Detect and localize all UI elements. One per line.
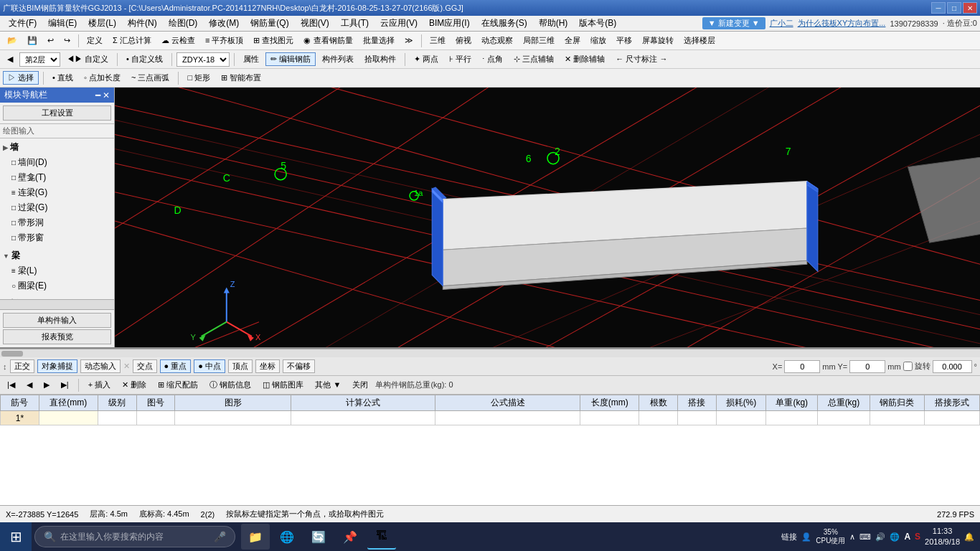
del-axis-btn[interactable]: ✕ 删除辅轴 [560, 52, 609, 66]
sidebar-controls[interactable]: ━ ✕ [95, 90, 110, 100]
sidebar-item-guoliang[interactable]: □ 过梁(G) [0, 200, 114, 215]
new-build-button[interactable]: ▼ 新建变更 ▼ [702, 17, 765, 29]
network-icon[interactable]: 🌐 [890, 532, 900, 542]
cloud-check-button[interactable]: ☁ 云检查 [157, 34, 199, 47]
angle-point-btn[interactable]: ⋅ 点角 [478, 52, 507, 66]
single-member-btn[interactable]: 单构件输入 [3, 313, 111, 328]
cell-totalw[interactable] [818, 411, 870, 425]
menu-file[interactable]: 文件(F) [3, 16, 42, 31]
menu-draw[interactable]: 绘图(D) [163, 16, 204, 31]
member-list-button[interactable]: 构件列表 [318, 52, 358, 66]
x-coord-input[interactable] [784, 360, 820, 373]
taskbar-app-pin[interactable]: 📌 [336, 524, 364, 550]
notification-btn[interactable]: 🔔 [964, 532, 974, 542]
nav-first-btn[interactable]: |◀ [3, 379, 19, 391]
nav-next-btn[interactable]: ▶ [39, 379, 54, 391]
sidebar-group-wall-header[interactable]: ▶ 墙 [0, 140, 114, 155]
snap-nooffset-btn[interactable]: 不偏移 [283, 359, 315, 373]
rotate-input[interactable] [933, 360, 972, 373]
y-coord-input[interactable] [849, 360, 885, 373]
rotate-checkbox[interactable] [903, 362, 913, 371]
parallel-btn[interactable]: ⊦ 平行 [445, 52, 476, 66]
menu-online[interactable]: 在线服务(S) [476, 16, 533, 31]
local-3d-button[interactable]: 局部三维 [519, 34, 559, 47]
rect-btn[interactable]: □ 矩形 [183, 71, 215, 85]
menu-modify[interactable]: 修改(M) [203, 16, 245, 31]
insert-btn[interactable]: + 插入 [84, 378, 115, 392]
cell-splice[interactable] [677, 411, 716, 425]
floor-select[interactable]: 第2层 [19, 52, 60, 67]
snap-object-btn[interactable]: 对象捕捉 [37, 359, 77, 373]
dynamic-button[interactable]: 动态观察 [477, 34, 517, 47]
undo-button[interactable]: ↩ [43, 34, 58, 47]
snap-intersection-btn[interactable]: 交点 [133, 359, 157, 373]
taskbar-app-file[interactable]: 📁 [241, 524, 270, 550]
cell-fignum[interactable] [136, 411, 175, 425]
cell-unitw[interactable] [766, 411, 818, 425]
snap-dynamic-btn[interactable]: 动态输入 [80, 359, 121, 373]
scrollbar-thumb[interactable] [1, 351, 23, 357]
up-arrow[interactable]: ∧ [849, 532, 855, 542]
save-button[interactable]: 💾 [23, 34, 42, 47]
cell-desc[interactable] [435, 411, 580, 425]
open-button[interactable]: 📂 [3, 34, 22, 47]
fullscreen-button[interactable]: 全屏 [560, 34, 585, 47]
menu-version[interactable]: 版本号(B) [573, 16, 622, 31]
close-button[interactable]: ✕ [963, 2, 977, 14]
menu-bim[interactable]: BIM应用(I) [423, 16, 476, 31]
batch-select-button[interactable]: 批量选择 [359, 34, 399, 47]
select-floor-button[interactable]: 选择楼层 [679, 34, 720, 47]
menu-cloud[interactable]: 云应用(V) [374, 16, 423, 31]
taskbar-app-edge[interactable]: 🌐 [273, 524, 301, 550]
two-points-btn[interactable]: ✦ 两点 [410, 52, 443, 66]
sidebar-item-niche[interactable]: □ 壁龛(T) [0, 170, 114, 185]
close-panel-btn[interactable]: 关闭 [348, 378, 372, 392]
more-button[interactable]: ≫ [400, 34, 418, 47]
scale-btn[interactable]: ⊞ 缩尺配筋 [154, 378, 202, 392]
snap-midweight-btn[interactable]: ● 重点 [160, 359, 192, 373]
taskbar-search[interactable]: 🔍 在这里输入你要搜索的内容 🎤 [34, 526, 235, 547]
menu-view[interactable]: 视图(V) [295, 16, 335, 31]
cell-splicetype[interactable] [925, 411, 980, 425]
nav-prev-btn[interactable]: ◀ [22, 379, 37, 391]
delete-btn[interactable]: ✕ 删除 [118, 378, 151, 392]
viewport[interactable]: C 5 6 2 7 D 1a 0 Z [115, 88, 980, 347]
snap-midpoint-btn[interactable]: ● 中点 [194, 359, 225, 373]
cost-link[interactable]: · 造价豆:0 [943, 18, 977, 29]
define-button[interactable]: 定义 [83, 34, 107, 47]
taskbar-app-ggj[interactable]: 🏗 [367, 524, 396, 550]
viewport-scrollbar[interactable] [0, 349, 980, 357]
zdyx-select[interactable]: ZDYX-18 [176, 52, 230, 67]
report-preview-btn[interactable]: 报表预览 [3, 329, 111, 344]
why-link[interactable]: 为什么筏板XY方向布置... [798, 18, 886, 29]
summary-button[interactable]: Σ 汇总计算 [108, 34, 156, 47]
custom-line-btn[interactable]: • 自定义线 [122, 52, 167, 66]
pan-button[interactable]: 平移 [612, 34, 636, 47]
cell-length[interactable] [580, 411, 639, 425]
view-rebar-button[interactable]: ◉ 查看钢筋量 [299, 34, 357, 47]
cell-formula[interactable] [291, 411, 435, 425]
sidebar-group-beam-header[interactable]: ▼ 梁 [0, 248, 114, 263]
zoom-button[interactable]: 缩放 [586, 34, 611, 47]
taskbar-app-refresh[interactable]: 🔄 [304, 524, 333, 550]
back-button[interactable]: ◀ [3, 53, 17, 65]
snap-icon[interactable]: ↕ [3, 362, 7, 371]
align-top-button[interactable]: ≡ 平齐板顶 [201, 34, 248, 47]
sidebar-item-wallroom[interactable]: □ 墙间(D) [0, 155, 114, 170]
pick-member-button[interactable]: 拾取构件 [360, 52, 400, 66]
sidebar-scrollbar[interactable] [0, 299, 114, 309]
user-icon[interactable]: 👤 [801, 532, 811, 542]
props-button[interactable]: 属性 [239, 52, 263, 66]
sidebar-item-quanliang[interactable]: ○ 圈梁(E) [0, 278, 114, 293]
nav-last-btn[interactable]: ▶| [57, 379, 73, 391]
project-setup-btn[interactable]: 工程设置 [3, 105, 111, 121]
taskbar-time[interactable]: 11:33 2018/9/18 [925, 526, 960, 548]
menu-floor[interactable]: 楼层(L) [83, 16, 122, 31]
rebar-table-container[interactable]: 筋号 直径(mm) 级别 图号 图形 计算公式 公式描述 长度(mm) 根数 搭… [0, 395, 980, 505]
sidebar-item-daixingchuang[interactable]: □ 带形窗 [0, 230, 114, 245]
diameter-input[interactable] [54, 413, 83, 423]
company-link[interactable]: 广小二 [770, 18, 793, 29]
smart-btn[interactable]: ⊞ 智能布置 [217, 71, 265, 85]
menu-member[interactable]: 构件(N) [122, 16, 163, 31]
edit-rebar-button[interactable]: ✏ 编辑钢筋 [265, 52, 316, 66]
